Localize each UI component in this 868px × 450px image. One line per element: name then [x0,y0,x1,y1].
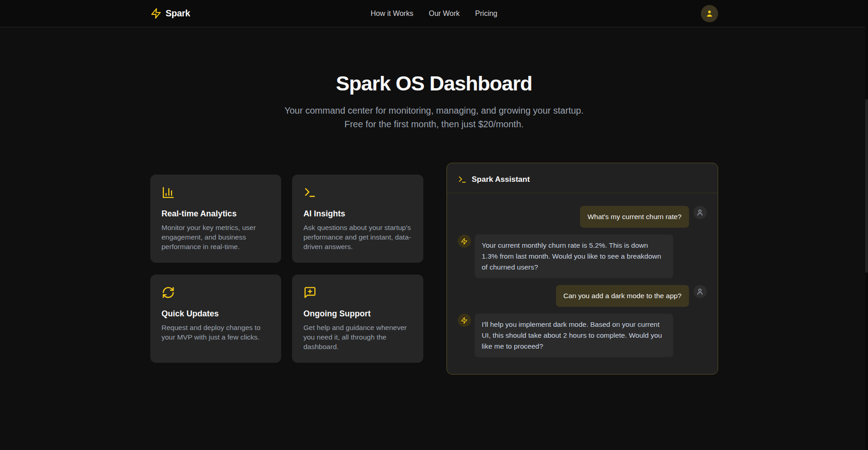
feature-card-analytics: Real-time Analytics Monitor your key met… [150,175,282,263]
feature-description: Get help and guidance whenever you need … [303,323,412,351]
page-scrollbar-track [865,0,868,450]
terminal-icon [458,175,467,184]
nav-link-how-it-works[interactable]: How it Works [371,10,413,18]
feature-card-ongoing-support: Ongoing Support Get help and guidance wh… [292,275,423,363]
brand-name: Spark [166,8,190,19]
assistant-panel: Spark Assistant What's my current churn … [446,163,718,375]
user-outline-icon [696,288,704,295]
terminal-icon [303,186,317,199]
assistant-message-avatar [458,314,471,327]
feature-grid: Real-time Analytics Monitor your key met… [150,175,423,363]
brand-logo[interactable]: Spark [150,8,371,19]
hero-section: Spark OS Dashboard Your command center f… [0,27,868,131]
assistant-message-list: What's my current churn rate? Your curre… [447,193,718,374]
top-navbar: Spark How it Works Our Work Pricing [0,0,868,27]
feature-title: AI Insights [303,209,412,219]
zap-icon [461,238,468,245]
chat-message-user: What's my current churn rate? [458,206,707,228]
assistant-message-avatar [458,235,471,248]
user-icon [705,9,714,18]
refresh-icon [162,286,175,299]
user-outline-icon [696,209,704,216]
feature-card-quick-updates: Quick Updates Request and deploy changes… [150,275,282,363]
navbar-inner: Spark How it Works Our Work Pricing [150,5,718,22]
nav-link-our-work[interactable]: Our Work [429,10,460,18]
page-subtitle: Your command center for monitoring, mana… [278,104,591,131]
feature-title: Ongoing Support [303,309,412,319]
feature-title: Quick Updates [162,309,270,319]
message-square-plus-icon [303,286,317,299]
feature-card-ai-insights: AI Insights Ask questions about your sta… [292,175,423,263]
feature-description: Monitor your key metrics, user engagemen… [162,223,270,251]
assistant-message-bubble: Your current monthly churn rate is 5.2%.… [475,235,673,278]
chat-message-assistant: I'll help you implement dark mode. Based… [458,314,707,357]
nav-link-pricing[interactable]: Pricing [475,10,497,18]
feature-description: Ask questions about your startup's perfo… [303,223,412,251]
bar-chart-icon [162,186,175,199]
chat-message-user: Can you add a dark mode to the app? [458,285,707,307]
user-message-bubble: Can you add a dark mode to the app? [556,285,689,307]
feature-description: Request and deploy changes to your MVP w… [162,323,270,342]
feature-title: Real-time Analytics [162,209,270,219]
page-scrollbar-thumb[interactable] [865,99,868,273]
assistant-panel-header: Spark Assistant [447,163,718,193]
nav-actions [497,5,718,22]
user-message-bubble: What's my current churn rate? [580,206,689,228]
page-title: Spark OS Dashboard [0,72,868,95]
zap-icon [150,8,162,19]
user-avatar-button[interactable] [701,5,718,22]
main-content: Real-time Analytics Monitor your key met… [150,163,718,375]
user-message-avatar [694,285,707,298]
assistant-panel-title: Spark Assistant [472,175,530,184]
chat-message-assistant: Your current monthly churn rate is 5.2%.… [458,235,707,278]
assistant-message-bubble: I'll help you implement dark mode. Based… [475,314,673,357]
zap-icon [461,317,468,324]
nav-links: How it Works Our Work Pricing [371,10,497,18]
user-message-avatar [694,206,707,219]
